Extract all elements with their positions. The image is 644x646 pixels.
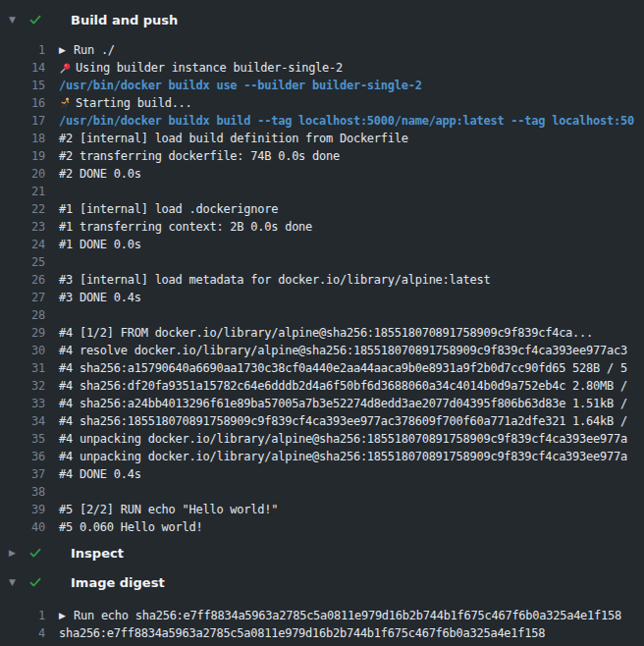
log-block-image-digest: 1▶Run echo sha256:e7ff8834a5963a2785c5a0… <box>0 607 644 642</box>
line-number[interactable]: 31 <box>0 361 45 375</box>
line-number[interactable]: 26 <box>0 273 45 287</box>
log-line: 39#5 [2/2] RUN echo "Hello world!" <box>0 501 644 518</box>
section-header-build-and-push[interactable]: ▼Build and push <box>0 10 644 29</box>
section-title: Image digest <box>71 575 165 590</box>
log-line: 23#1 transferring context: 2B 0.0s done <box>0 218 644 236</box>
line-number[interactable]: 40 <box>0 520 45 534</box>
line-number[interactable]: 20 <box>0 167 45 181</box>
play-icon[interactable]: ▶ <box>59 611 72 620</box>
log-line: 1▶Run echo sha256:e7ff8834a5963a2785c5a0… <box>0 607 644 624</box>
chevron-right-icon: ▶ <box>9 543 28 563</box>
log-line: 28 <box>0 306 644 324</box>
line-text: #4 sha256:a15790640a6690aa1730c38cf0a440… <box>59 361 627 375</box>
line-text: #4 resolve docker.io/library/alpine@sha2… <box>59 344 627 357</box>
line-text: #3 [internal] load metadata for docker.i… <box>59 273 490 287</box>
line-number[interactable]: 18 <box>0 132 45 145</box>
line-number[interactable]: 15 <box>0 79 45 92</box>
log-line: 17/usr/bin/docker buildx build --tag loc… <box>0 112 644 130</box>
line-text: /usr/bin/docker buildx use --builder bui… <box>59 79 422 92</box>
line-number[interactable]: 16 <box>0 96 45 110</box>
line-text: #4 sha256:185518070891758909c9f839cf4ca3… <box>59 414 627 428</box>
line-number[interactable]: 33 <box>0 397 45 410</box>
section-title: Inspect <box>71 546 124 561</box>
line-number[interactable]: 21 <box>0 185 45 198</box>
line-number[interactable]: 24 <box>0 238 45 251</box>
log-line: 26#3 [internal] load metadata for docker… <box>0 271 644 289</box>
line-text: /usr/bin/docker buildx build --tag local… <box>59 114 634 128</box>
log-line: 30#4 resolve docker.io/library/alpine@sh… <box>0 342 644 359</box>
pushpin-icon <box>59 62 74 75</box>
line-number[interactable]: 19 <box>0 149 45 163</box>
line-text: #4 unpacking docker.io/library/alpine@sh… <box>59 432 627 446</box>
log-line: 21 <box>0 183 644 200</box>
line-text: Using builder instance builder-single-2 <box>76 61 343 75</box>
line-text: Run ./ <box>74 43 115 57</box>
line-number[interactable]: 29 <box>0 326 45 340</box>
line-number[interactable]: 35 <box>0 432 45 446</box>
log-line: 37#4 DONE 0.4s <box>0 465 644 483</box>
line-text: #2 DONE 0.0s <box>59 167 141 181</box>
line-text: #4 DONE 0.4s <box>59 467 141 481</box>
line-number[interactable]: 14 <box>0 61 45 75</box>
log-line: 19#2 transferring dockerfile: 74B 0.0s d… <box>0 147 644 165</box>
chevron-down-icon: ▼ <box>9 572 28 592</box>
log-line: 35#4 unpacking docker.io/library/alpine@… <box>0 430 644 448</box>
line-text: #5 0.060 Hello world! <box>59 520 202 534</box>
line-number[interactable]: 1 <box>0 43 45 57</box>
log-line: 18#2 [internal] load build definition fr… <box>0 130 644 147</box>
log-line: 40#5 0.060 Hello world! <box>0 518 644 536</box>
log-line: 34#4 sha256:185518070891758909c9f839cf4c… <box>0 412 644 430</box>
log-line: 31#4 sha256:a15790640a6690aa1730c38cf0a4… <box>0 359 644 377</box>
line-text: #2 [internal] load build definition from… <box>59 132 408 145</box>
line-number[interactable]: 32 <box>0 379 45 393</box>
check-success-icon <box>28 546 50 560</box>
line-number[interactable]: 37 <box>0 467 45 481</box>
line-text: Run echo sha256:e7ff8834a5963a2785c5a081… <box>74 609 621 622</box>
line-text: #4 unpacking docker.io/library/alpine@sh… <box>59 450 627 463</box>
line-number[interactable]: 28 <box>0 308 45 322</box>
line-number[interactable]: 34 <box>0 414 45 428</box>
section-header-image-digest[interactable]: ▼Image digest <box>0 572 644 592</box>
log-line: 25 <box>0 253 644 271</box>
log-line: 4sha256:e7ff8834a5963a2785c5a0811e979d16… <box>0 624 644 642</box>
log-viewer: ▼Build and push1▶Run ./14Using builder i… <box>0 0 644 646</box>
runner-icon <box>59 97 74 110</box>
line-text: #3 DONE 0.4s <box>59 291 141 304</box>
line-text: sha256:e7ff8834a5963a2785c5a0811e979d16b… <box>59 626 545 640</box>
line-number[interactable]: 25 <box>0 255 45 269</box>
line-number[interactable]: 38 <box>0 485 45 499</box>
line-number[interactable]: 4 <box>0 626 45 640</box>
line-number[interactable]: 36 <box>0 450 45 463</box>
line-text: #4 [1/2] FROM docker.io/library/alpine@s… <box>59 326 593 340</box>
line-text: #5 [2/2] RUN echo "Hello world!" <box>59 503 278 516</box>
log-line: 16Starting build... <box>0 94 644 112</box>
line-number[interactable]: 17 <box>0 114 45 128</box>
line-number[interactable]: 27 <box>0 291 45 304</box>
line-number[interactable]: 22 <box>0 202 45 216</box>
line-text: #1 DONE 0.0s <box>59 238 141 251</box>
log-line: 14Using builder instance builder-single-… <box>0 59 644 77</box>
log-line: 20#2 DONE 0.0s <box>0 165 644 183</box>
log-line: 29#4 [1/2] FROM docker.io/library/alpine… <box>0 324 644 342</box>
line-text: Starting build... <box>76 96 192 110</box>
chevron-down-icon: ▼ <box>9 10 28 29</box>
log-line: 15/usr/bin/docker buildx use --builder b… <box>0 77 644 94</box>
play-icon[interactable]: ▶ <box>59 45 72 55</box>
line-number[interactable]: 23 <box>0 220 45 234</box>
check-success-icon <box>28 575 50 589</box>
log-line: 1▶Run ./ <box>0 41 644 59</box>
section-header-inspect[interactable]: ▶Inspect <box>0 543 644 563</box>
line-number[interactable]: 30 <box>0 344 45 357</box>
log-line: 33#4 sha256:a24bb4013296f61e89ba57005a7b… <box>0 395 644 412</box>
section-title: Build and push <box>71 13 178 27</box>
log-line: 38 <box>0 483 644 501</box>
line-text: #4 sha256:df20fa9351a15782c64e6dddb2d4a6… <box>59 379 627 393</box>
log-line: 27#3 DONE 0.4s <box>0 289 644 306</box>
log-line: 32#4 sha256:df20fa9351a15782c64e6dddb2d4… <box>0 377 644 395</box>
log-line: 22#1 [internal] load .dockerignore <box>0 200 644 218</box>
line-text: #4 sha256:a24bb4013296f61e89ba57005a7b3e… <box>59 397 627 410</box>
line-text: #2 transferring dockerfile: 74B 0.0s don… <box>59 149 340 163</box>
line-number[interactable]: 1 <box>0 609 45 622</box>
line-number[interactable]: 39 <box>0 503 45 516</box>
log-block-build-and-push: 1▶Run ./14Using builder instance builder… <box>0 41 644 536</box>
